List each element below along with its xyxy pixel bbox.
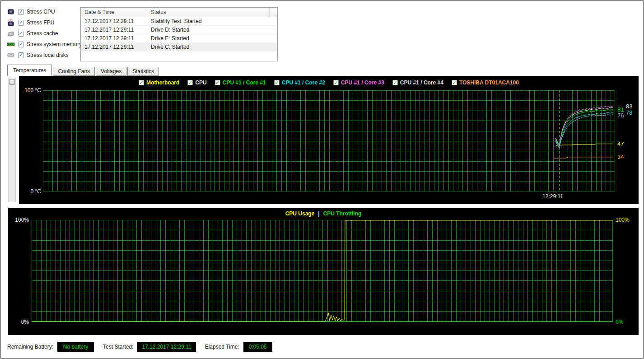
event-log-table: Date & Time Status 17.12.2017 12:29:11 S…: [80, 7, 278, 61]
legend-label: Motherboard: [146, 79, 179, 86]
legend-checkbox[interactable]: [187, 80, 193, 85]
battery-value: No battery: [57, 342, 94, 352]
tab-voltages[interactable]: Voltages: [96, 67, 126, 76]
legend-label: CPU #1 / Core #1: [223, 79, 266, 86]
memory-icon: [6, 41, 15, 48]
stress-option-label: Stress FPU: [27, 19, 54, 26]
y-axis-min-label: 0 °C: [19, 188, 41, 195]
cpu-throttling-title: CPU Throttling: [323, 210, 362, 217]
legend-label: CPU #1 / Core #2: [282, 79, 325, 86]
log-cell-status: Drive E: Started: [147, 34, 270, 42]
y-axis-max-label: 100%: [8, 217, 29, 223]
series-value-label: 78: [626, 109, 632, 116]
log-cell-time: 17.12.2017 12:29:11: [81, 17, 147, 25]
tab-cooling-fans[interactable]: Cooling Fans: [53, 67, 95, 76]
log-table-header: Date & Time Status: [81, 8, 277, 17]
legend-item-core3[interactable]: CPU #1 / Core #3: [333, 79, 384, 86]
stress-option-label: Stress local disks: [27, 52, 69, 58]
temperature-legend: Motherboard CPU CPU #1 / Core #1 CPU #1 …: [19, 79, 639, 86]
scrollbar-thumb[interactable]: [9, 79, 15, 85]
y-axis-max-label: 100 °C: [19, 87, 41, 93]
cpu-usage-panel: CPU Usage | CPU Throttling 100% 0% 100% …: [8, 208, 639, 335]
series-value-label: 83: [626, 103, 632, 110]
stress-option-memory[interactable]: Stress system memory: [6, 39, 82, 50]
log-row[interactable]: 17.12.2017 12:29:11 Drive D: Started: [81, 26, 277, 34]
stress-cache-checkbox[interactable]: [18, 31, 24, 37]
stress-memory-checkbox[interactable]: [18, 42, 24, 47]
tab-temperatures[interactable]: Temperatures: [7, 65, 52, 76]
log-cell-status: Drive D: Started: [147, 26, 270, 34]
legend-checkbox[interactable]: [392, 80, 398, 85]
temperature-plot: [43, 90, 615, 191]
cpu-icon: [6, 8, 15, 15]
stress-option-label: Stress cache: [27, 30, 58, 37]
fpu-icon: 123: [6, 19, 15, 26]
cpu-usage-title: CPU Usage: [285, 210, 315, 217]
svg-text:123: 123: [8, 19, 13, 22]
log-cell-time: 17.12.2017 12:29:11: [81, 26, 147, 34]
log-cell-status: Stability Test: Started: [147, 17, 270, 25]
legend-item-motherboard[interactable]: Motherboard: [139, 79, 179, 86]
log-cell-time: 17.12.2017 12:29:11: [81, 34, 147, 42]
stress-cpu-checkbox[interactable]: [18, 9, 24, 15]
log-cell-status: Drive C: Started: [147, 43, 270, 51]
cpu-chart-title: CPU Usage | CPU Throttling: [8, 210, 639, 217]
cursor-time-label: 12:29:11: [535, 193, 571, 200]
tab-statistics[interactable]: Statistics: [127, 67, 159, 76]
right-axis-max-label: 100%: [616, 217, 630, 223]
column-header-datetime[interactable]: Date & Time: [81, 8, 147, 17]
elapsed-time-value: 0:05:05: [243, 342, 272, 352]
status-bar: Remaining Battery: No battery Test Start…: [7, 342, 281, 352]
stress-disks-checkbox[interactable]: [18, 52, 24, 58]
stress-option-cpu[interactable]: Stress CPU: [6, 6, 82, 17]
disk-icon: [6, 51, 15, 59]
stress-option-label: Stress system memory: [27, 41, 82, 47]
legend-item-hdd[interactable]: TOSHIBA DT01ACA100: [452, 79, 519, 86]
cpu-usage-plot: [32, 220, 613, 322]
vertical-scrollbar[interactable]: [8, 78, 16, 202]
temperature-chart-panel: Motherboard CPU CPU #1 / Core #1 CPU #1 …: [19, 76, 639, 204]
legend-checkbox[interactable]: [139, 80, 144, 85]
stress-option-fpu[interactable]: 123 Stress FPU: [6, 17, 82, 28]
log-cell-time: 17.12.2017 12:29:11: [81, 43, 147, 51]
cache-icon: [6, 30, 15, 37]
legend-label: CPU: [195, 79, 206, 86]
column-header-status[interactable]: Status: [147, 8, 270, 17]
stress-options-list: Stress CPU 123 Stress FPU Stress cache S…: [6, 6, 82, 61]
series-value-label: 47: [617, 140, 624, 147]
test-started-value: 17.12.2017 12:29:11: [137, 342, 196, 352]
legend-item-core2[interactable]: CPU #1 / Core #2: [274, 79, 325, 86]
title-separator: |: [318, 210, 319, 217]
legend-label: CPU #1 / Core #3: [341, 79, 384, 86]
legend-item-core1[interactable]: CPU #1 / Core #1: [215, 79, 266, 86]
series-value-label: 76: [617, 112, 624, 119]
stress-option-label: Stress CPU: [27, 9, 55, 15]
log-row[interactable]: 17.12.2017 12:29:11 Stability Test: Star…: [81, 17, 277, 26]
log-row-selected[interactable]: 17.12.2017 12:29:11 Drive C: Started: [81, 43, 277, 51]
chart-tabs: Temperatures Cooling Fans Voltages Stati…: [7, 65, 160, 76]
legend-label: CPU #1 / Core #4: [400, 79, 443, 86]
battery-label: Remaining Battery:: [7, 344, 53, 350]
legend-checkbox[interactable]: [452, 80, 457, 85]
legend-checkbox[interactable]: [274, 80, 280, 85]
legend-item-cpu[interactable]: CPU: [187, 79, 206, 86]
stress-option-cache[interactable]: Stress cache: [6, 28, 82, 39]
test-started-label: Test Started:: [103, 344, 133, 350]
stability-test-window: Stress CPU 123 Stress FPU Stress cache S…: [0, 0, 644, 359]
y-axis-min-label: 0%: [8, 319, 29, 325]
stress-fpu-checkbox[interactable]: [18, 20, 24, 26]
legend-label: TOSHIBA DT01ACA100: [459, 79, 519, 86]
column-header-spare: [270, 8, 277, 17]
log-row[interactable]: 17.12.2017 12:29:11 Drive E: Started: [81, 34, 277, 43]
legend-checkbox[interactable]: [333, 80, 339, 85]
stress-option-disks[interactable]: Stress local disks: [6, 50, 82, 61]
elapsed-time-label: Elapsed Time:: [205, 344, 239, 350]
legend-checkbox[interactable]: [215, 80, 220, 85]
legend-item-core4[interactable]: CPU #1 / Core #4: [392, 79, 443, 86]
right-axis-min-label: 0%: [616, 319, 623, 325]
series-value-label: 34: [617, 154, 624, 160]
